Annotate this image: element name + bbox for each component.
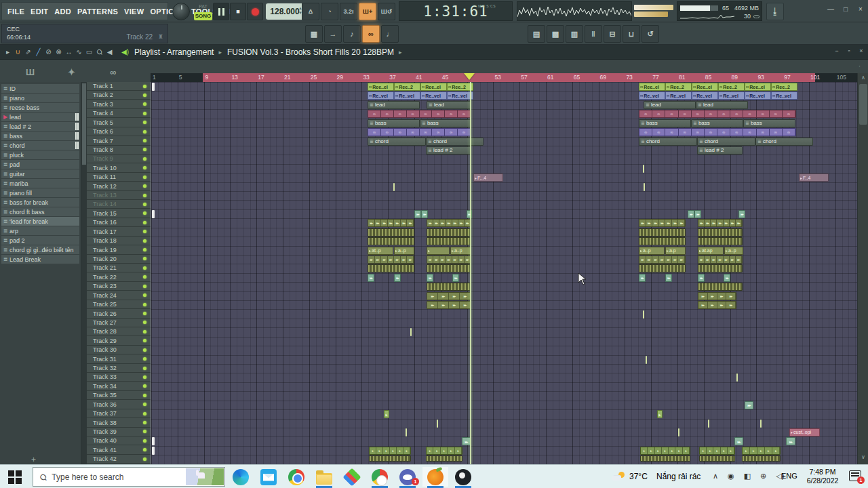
clip-st-track17[interactable] bbox=[427, 228, 471, 237]
clip-edge-track15[interactable] bbox=[152, 210, 155, 218]
clip-lead-track3[interactable]: ≣lead bbox=[696, 101, 748, 109]
clip-sl-track38[interactable] bbox=[708, 420, 709, 428]
playback-icon[interactable]: ◀ bbox=[104, 48, 115, 56]
track-header-25[interactable]: Track 25 bbox=[87, 300, 151, 309]
clip-st2-track42[interactable] bbox=[742, 455, 781, 462]
track-enable-led[interactable] bbox=[143, 184, 146, 188]
clip-cp-track41[interactable]: ▸▸▸▸▸▸▸ bbox=[640, 447, 690, 455]
pattern-item-chord-ft-bass[interactable]: ≣chord ft bass bbox=[1, 207, 79, 216]
track-enable-led[interactable] bbox=[143, 348, 146, 352]
clip-sl-track39[interactable] bbox=[678, 428, 679, 436]
taskbar-search[interactable]: Ϙ Type here to search bbox=[33, 467, 225, 487]
clip-cust..opi-track39[interactable]: ▸cust..opi bbox=[789, 428, 820, 436]
clip-F...4-track11[interactable]: ▸F...4 bbox=[473, 174, 503, 182]
clip-sl-track10[interactable] bbox=[643, 165, 644, 173]
sync-icon[interactable]: ↺ bbox=[642, 25, 659, 43]
track-header-10[interactable]: Track 10 bbox=[87, 164, 151, 173]
clip-mini2-track40[interactable]: ▸▸ bbox=[734, 437, 743, 445]
track-enable-led[interactable] bbox=[143, 403, 146, 406]
language-indicator[interactable]: ENG bbox=[781, 472, 797, 480]
automation-clips-tab-icon[interactable]: ∞ bbox=[110, 67, 116, 77]
clip-mini-track15[interactable]: ▸▸ bbox=[738, 210, 745, 218]
clip-sl-track39[interactable] bbox=[406, 428, 407, 436]
clip-bass-track5[interactable]: ≣bass bbox=[639, 119, 691, 127]
clip-Ree..el-track1[interactable]: ∞Ree..el bbox=[692, 83, 718, 91]
clip-st-track18[interactable] bbox=[368, 237, 414, 245]
clip-ac-track20[interactable]: ▸▸▸▸▸▸▸▸▸▸▸▸▸▸ bbox=[698, 256, 743, 264]
taskbar-app-edge[interactable] bbox=[228, 467, 254, 487]
clip-chord-track7[interactable]: ≣chord bbox=[639, 138, 697, 146]
track-header-29[interactable]: Track 29 bbox=[87, 337, 151, 346]
clip-st-track17[interactable] bbox=[639, 228, 686, 237]
track-enable-led[interactable] bbox=[143, 394, 146, 397]
loop-record-icon[interactable]: Ш↺ bbox=[378, 3, 395, 20]
track-header-14[interactable]: Track 14 bbox=[87, 200, 151, 209]
track-header-35[interactable]: Track 35 bbox=[87, 391, 151, 400]
clip-st2-track42[interactable] bbox=[369, 455, 411, 462]
taskbar-app-mail[interactable] bbox=[256, 467, 281, 487]
track-enable-led[interactable] bbox=[143, 230, 146, 233]
clip-lead # 2-track8[interactable]: ≣lead # 2 bbox=[697, 146, 743, 155]
clip-st-track17[interactable] bbox=[368, 228, 414, 237]
scrollbar-thumb[interactable] bbox=[859, 84, 867, 125]
mute-icon[interactable]: ⊗ bbox=[54, 48, 64, 56]
download-button[interactable]: ⭳ bbox=[766, 3, 784, 20]
countdown-icon[interactable]: 3.2ı bbox=[340, 3, 357, 20]
clip-Re..vel-track2[interactable]: ∞Re..vel bbox=[368, 92, 394, 100]
draw-icon[interactable]: ╱ bbox=[33, 48, 43, 56]
track-enable-led[interactable] bbox=[143, 303, 146, 306]
pattern-item-chord[interactable]: ≣chord bbox=[1, 141, 79, 150]
track-enable-led[interactable] bbox=[143, 257, 146, 260]
track-enable-led[interactable] bbox=[143, 293, 146, 297]
pattern-item-lead-break[interactable]: ≣Lead Break bbox=[1, 255, 79, 264]
clip-cp-track41[interactable]: ▸▸▸▸▸▸ bbox=[369, 447, 411, 455]
pattern-list-scrollbar[interactable] bbox=[81, 82, 87, 464]
clip-edge-track41[interactable] bbox=[152, 447, 155, 455]
track-header-17[interactable]: Track 17 bbox=[87, 228, 151, 237]
scroll-down-icon[interactable]: ∨ bbox=[858, 453, 868, 462]
clip-lead-track3[interactable]: ≣lead bbox=[427, 101, 471, 109]
minimize-icon[interactable]: — bbox=[826, 5, 835, 13]
timeline-ruler[interactable]: 1591317212529333741455357616569737781858… bbox=[151, 73, 857, 82]
slip-icon[interactable]: ⊘ bbox=[43, 48, 54, 56]
clip-Re..vel-track2[interactable]: ∞Re..vel bbox=[692, 92, 718, 100]
clip-mini-track22[interactable]: ▸▸ bbox=[394, 274, 401, 282]
track-enable-led[interactable] bbox=[143, 139, 146, 142]
clip-sl-track12[interactable] bbox=[644, 183, 645, 191]
clip-a..p-track19[interactable]: ▸a..p bbox=[724, 247, 743, 255]
maximize-icon[interactable]: □ bbox=[841, 5, 850, 13]
playhead-marker[interactable] bbox=[464, 73, 475, 80]
clip-mini-track15[interactable]: ▸▸ bbox=[421, 210, 428, 218]
track-header-12[interactable]: Track 12 bbox=[87, 182, 151, 191]
track-header-34[interactable]: Track 34 bbox=[87, 382, 151, 391]
track-enable-led[interactable] bbox=[143, 448, 146, 451]
track-header-20[interactable]: Track 20 bbox=[87, 255, 151, 264]
track-header-41[interactable]: Track 41 bbox=[87, 446, 151, 455]
clip-Ree..el-track1[interactable]: ∞Ree..el bbox=[368, 83, 394, 91]
channel-rack-icon[interactable]: ▥ bbox=[566, 25, 583, 43]
clip-st2-track42[interactable] bbox=[699, 455, 735, 462]
pattern-item-chord-g-g-o-bi-t-t-n[interactable]: ≣chord gì gì..đéo biết tên bbox=[1, 245, 79, 254]
main-volume-knob[interactable] bbox=[172, 3, 190, 20]
clip-st-track17[interactable] bbox=[698, 228, 743, 237]
clip-chord-track7[interactable]: ≣chord bbox=[426, 138, 484, 146]
track-enable-led[interactable] bbox=[143, 367, 146, 370]
add-pattern-plus[interactable]: + bbox=[31, 455, 36, 464]
menu-patterns[interactable]: PATTERNS bbox=[77, 7, 118, 16]
pattern-item-bass-for-break[interactable]: ≣bass for break bbox=[1, 198, 79, 207]
clip-sl-track33[interactable] bbox=[736, 373, 738, 382]
network-tray-icon[interactable]: ⊕ bbox=[760, 472, 766, 481]
clip-Re..vel-track2[interactable]: ∞Re..vel bbox=[639, 92, 665, 100]
clip-chord-track7[interactable]: ≣chord bbox=[697, 138, 755, 146]
clip-ac-track20[interactable]: ▸▸▸▸▸▸▸▸▸▸▸▸▸▸ bbox=[368, 256, 414, 264]
clip-ac-track20[interactable]: ▸▸▸▸▸▸▸▸▸▸▸▸▸▸ bbox=[427, 256, 471, 264]
track-header-33[interactable]: Track 33 bbox=[87, 373, 151, 382]
temperature-label[interactable]: 37°C bbox=[629, 472, 648, 481]
track-enable-led[interactable] bbox=[143, 130, 146, 134]
clip-at..p-track19[interactable]: ▸at..p bbox=[368, 247, 393, 255]
track-enable-led[interactable] bbox=[143, 439, 146, 443]
audio-clips-tab-icon[interactable]: ✦ bbox=[68, 67, 75, 77]
pattern-item-pad-2[interactable]: ≣pad 2 bbox=[1, 236, 79, 245]
pattern-item-piano-fill[interactable]: ≣piano fill bbox=[1, 188, 79, 197]
scroll-up-icon[interactable]: ∧ bbox=[858, 73, 868, 83]
